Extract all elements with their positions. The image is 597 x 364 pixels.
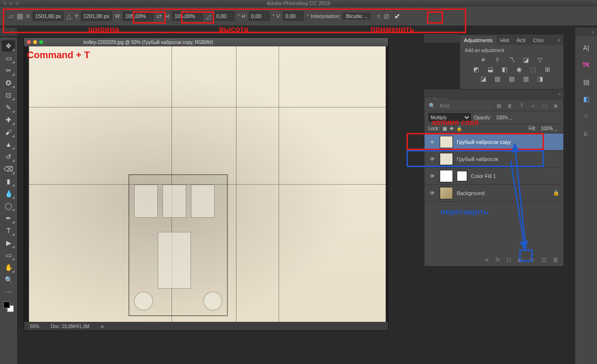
color-swatches[interactable] xyxy=(3,302,14,312)
width-input[interactable] xyxy=(123,11,154,21)
search-icon[interactable]: 🔍 xyxy=(428,102,436,109)
layer-thumb[interactable] xyxy=(440,136,453,148)
selective-color-icon[interactable]: ◨ xyxy=(535,75,545,82)
mask-icon[interactable]: ◻ xyxy=(507,257,511,263)
lookup-icon[interactable]: ⊞ xyxy=(543,65,552,73)
layer-thumb[interactable] xyxy=(440,187,453,199)
zoom-readout[interactable]: 50% xyxy=(30,324,39,329)
tools-collapse[interactable]: » xyxy=(0,27,17,36)
marquee-tool[interactable]: ▭ xyxy=(2,53,15,64)
vibrance-icon[interactable]: ▽ xyxy=(535,56,545,63)
shape-tool[interactable]: ▭ xyxy=(2,249,15,261)
layer-name[interactable]: Грубый набросок copy xyxy=(457,139,560,145)
delete-layer-icon[interactable]: 🗑 xyxy=(553,257,559,263)
filter-shape-icon[interactable]: ▱ xyxy=(529,102,537,109)
tab-actions[interactable]: Acti xyxy=(513,36,529,45)
visibility-icon[interactable]: 👁 xyxy=(428,173,436,179)
y-input[interactable] xyxy=(81,11,112,21)
channel-mixer-icon[interactable]: ⬚ xyxy=(528,65,538,73)
gradient-tool[interactable]: ▮ xyxy=(2,176,15,187)
dock-collapse[interactable]: » xyxy=(575,27,597,36)
layer-item-background[interactable]: 👁 Background 🔒 xyxy=(425,185,563,202)
lasso-tool[interactable]: ✂ xyxy=(2,65,15,76)
dodge-tool[interactable]: ◯ xyxy=(2,200,15,212)
visibility-icon[interactable]: 👁 xyxy=(428,156,436,162)
skew-v-input[interactable] xyxy=(283,11,304,21)
lock-pixels-icon[interactable]: ▦ xyxy=(443,126,447,131)
hand-tool[interactable]: ✋ xyxy=(2,262,15,273)
path-select-tool[interactable]: ▶ xyxy=(2,237,15,249)
blend-mode-select[interactable]: Multiply xyxy=(428,113,471,122)
height-input[interactable] xyxy=(172,11,203,21)
balance-icon[interactable]: ⬓ xyxy=(486,65,495,73)
threshold-icon[interactable]: ▧ xyxy=(507,75,516,82)
document-tab[interactable]: trolley-2203329.jpg @ 50% (Грубый наброс… xyxy=(24,38,388,46)
lock-position-icon[interactable]: ✥ xyxy=(450,126,453,131)
warp-icon[interactable]: ⌗ xyxy=(377,12,380,20)
layer-item-copy[interactable]: 👁 Грубый набросок copy xyxy=(425,133,563,151)
fill-value[interactable]: 100% xyxy=(539,125,560,132)
delta-icon[interactable]: △ xyxy=(66,12,72,20)
type-tool[interactable]: T xyxy=(2,225,15,236)
pen-tool[interactable]: ✒ xyxy=(2,213,15,224)
visibility-icon[interactable]: 👁 xyxy=(428,190,436,196)
interpolation-select[interactable]: Bicubic xyxy=(343,13,370,19)
layer-name[interactable]: Background xyxy=(457,190,549,196)
exposure-icon[interactable]: ◪ xyxy=(521,56,531,63)
character-panel-icon[interactable]: A| xyxy=(580,43,592,53)
photo-filter-icon[interactable]: ◉ xyxy=(514,65,524,73)
group-icon[interactable]: 🗀 xyxy=(529,257,535,263)
x-input[interactable] xyxy=(33,11,63,21)
transform-mode-icon[interactable]: ▱ xyxy=(9,12,14,20)
link-wh-icon[interactable]: ⇄ xyxy=(156,12,162,20)
gradient-map-icon[interactable]: ▥ xyxy=(521,75,531,82)
skew-h-input[interactable] xyxy=(249,11,270,21)
history-brush-tool[interactable]: ↺ xyxy=(2,151,15,162)
adjustment-layer-icon[interactable]: ◐ xyxy=(518,257,523,263)
canvas[interactable] xyxy=(29,46,386,322)
link-layers-icon[interactable]: ⚭ xyxy=(484,257,489,263)
tab-adjustments[interactable]: Adjustments xyxy=(460,36,497,45)
window-controls[interactable] xyxy=(3,0,21,6)
posterize-icon[interactable]: ▨ xyxy=(493,75,502,82)
filter-toggle-icon[interactable]: ◉ xyxy=(552,102,560,109)
levels-icon[interactable]: ⫴ xyxy=(493,56,502,63)
heal-tool[interactable]: ✚ xyxy=(2,114,15,125)
layer-item-sketch[interactable]: 👁 Грубый набросок xyxy=(425,151,563,168)
brightness-icon[interactable]: ☀ xyxy=(479,56,488,63)
crop-tool[interactable]: ⊡ xyxy=(2,89,15,101)
layer-item-colorfill[interactable]: 👁 Color Fill 1 xyxy=(425,168,563,185)
hue-icon[interactable]: ◩ xyxy=(471,65,481,73)
filter-kind-select[interactable]: Kind xyxy=(440,103,483,108)
rotate-input[interactable] xyxy=(214,11,235,21)
filter-smart-icon[interactable]: ▢ xyxy=(541,102,548,109)
blur-tool[interactable]: 💧 xyxy=(2,188,15,199)
fx-icon[interactable]: fx xyxy=(496,257,500,263)
brush-tool[interactable]: 🖌 xyxy=(2,126,15,138)
edit-toolbar[interactable]: ⋯ xyxy=(2,286,15,298)
lock-all-icon[interactable]: 🔒 xyxy=(456,126,462,131)
new-layer-icon[interactable]: ⊡ xyxy=(542,257,546,263)
eraser-tool[interactable]: ⌫ xyxy=(2,163,15,175)
tab-clone[interactable]: Clon xyxy=(529,36,548,45)
quick-select-tool[interactable]: ✪ xyxy=(2,77,15,89)
filter-adj-icon[interactable]: ◐ xyxy=(507,102,514,109)
zoom-tool[interactable]: 🔍 xyxy=(2,274,15,285)
settings-panel-icon[interactable]: ⁘ xyxy=(580,111,592,121)
move-tool[interactable]: ✥ xyxy=(2,40,15,52)
visibility-icon[interactable]: 👁 xyxy=(428,139,436,145)
ruler-panel-icon[interactable]: ⟀ xyxy=(580,128,592,138)
stamp-tool[interactable]: ▲ xyxy=(2,139,15,150)
tab-histogram[interactable]: Hist xyxy=(497,36,513,45)
eyedropper-tool[interactable]: ✎ xyxy=(2,102,15,113)
layers-collapse[interactable]: « xyxy=(424,89,564,98)
opacity-value[interactable]: 100% xyxy=(494,114,515,121)
styles-panel-icon[interactable]: ▤ xyxy=(580,77,592,87)
layer-name[interactable]: Color Fill 1 xyxy=(471,173,560,179)
filter-pixel-icon[interactable]: ▦ xyxy=(495,102,503,109)
swatches-panel-icon[interactable]: ◧ xyxy=(580,94,592,104)
curves-icon[interactable]: 〽 xyxy=(507,56,516,63)
layer-thumb[interactable] xyxy=(440,170,453,182)
layer-mask-thumb[interactable] xyxy=(457,171,467,181)
doc-size-readout[interactable]: Doc: 20,6M/41,3M xyxy=(51,324,90,329)
